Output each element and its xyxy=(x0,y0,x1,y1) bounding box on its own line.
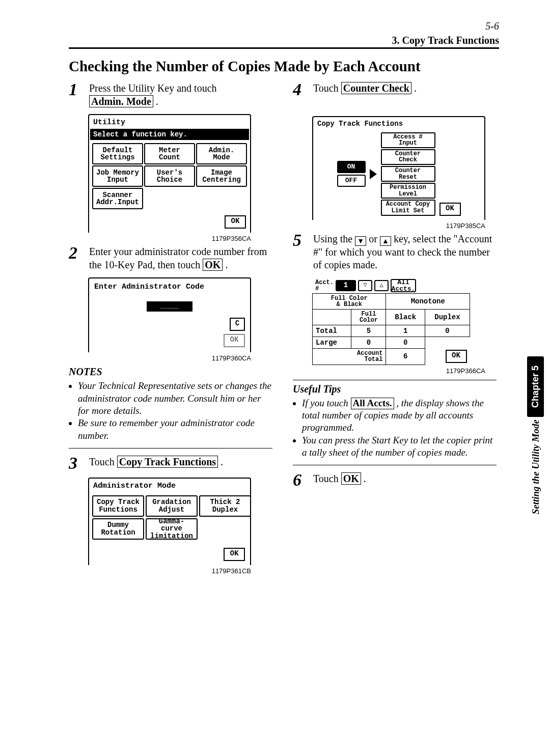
job-memory-input-button[interactable]: Job MemoryInput xyxy=(92,165,143,187)
figure-caption: 1179P356CA xyxy=(88,235,251,242)
counter-check-panel: Acct.# 1 ▽ △ AllAccts. Full Color& Black… xyxy=(312,278,485,365)
tip-item: You can press the Start Key to let the c… xyxy=(302,434,497,459)
down-button[interactable]: ▽ xyxy=(358,280,372,291)
ok-button[interactable]: OK xyxy=(446,350,467,363)
sidebar-caption: Setting the Utility Mode xyxy=(530,419,541,514)
step-4: 4 Touch Counter Check . xyxy=(293,82,497,98)
tips-list: If you touch All Accts. , the display sh… xyxy=(293,397,497,466)
row-total: Total xyxy=(313,325,351,337)
step-text: Using the xyxy=(313,233,355,244)
scanner-addr-input-button[interactable]: ScannerAddr.Input xyxy=(92,188,143,209)
account-total-value: 6 xyxy=(386,348,425,365)
col-black: Black xyxy=(386,309,425,325)
admin-code-panel: Enter Administrator Code ____ C OK xyxy=(88,277,251,352)
panel-title: Utility xyxy=(90,116,249,129)
cell: 5 xyxy=(351,325,386,337)
figure-caption: 1179P361CB xyxy=(88,567,251,575)
panel-title: Enter Administrator Code xyxy=(90,279,249,294)
access-input-button[interactable]: Access #Input xyxy=(381,132,435,148)
ok-button-disabled: OK xyxy=(224,334,245,347)
step-number: 2 xyxy=(69,245,89,261)
counter-table: Full Color& Black Monotone FullColor Bla… xyxy=(312,293,470,365)
step-1: 1 Press the Utility Key and touch Admin.… xyxy=(69,82,272,108)
step-text: Touch xyxy=(313,473,341,484)
administrator-mode-panel: Administrator Mode Copy TrackFunctions G… xyxy=(88,478,251,565)
ok-button[interactable]: OK xyxy=(225,215,246,229)
default-settings-button[interactable]: DefaultSettings xyxy=(92,143,143,164)
admin-mode-label: Admin. Mode xyxy=(89,95,153,107)
gamma-curve-limitation-button[interactable]: Gamma-curvelimitation xyxy=(146,518,198,540)
cell: 1 xyxy=(386,325,425,337)
on-button[interactable]: ON xyxy=(337,161,366,173)
off-button[interactable]: OFF xyxy=(337,175,366,187)
step-5: 5 Using the ▼ or ▲ key, select the "Acco… xyxy=(293,233,497,272)
ok-label: OK xyxy=(341,472,361,485)
dummy-rotation-button[interactable]: DummyRotation xyxy=(92,518,144,540)
note-item: Be sure to remember your administrator c… xyxy=(78,417,272,442)
col-full-color: FullColor xyxy=(351,309,386,325)
ok-button[interactable]: OK xyxy=(439,203,461,216)
step-number: 4 xyxy=(293,82,313,98)
cell: 0 xyxy=(351,337,386,348)
acct-number: 1 xyxy=(336,280,356,291)
counter-reset-button[interactable]: CounterReset xyxy=(381,166,435,182)
chapter-tab: Chapter 5 xyxy=(527,356,544,417)
step-text: Press the Utility Key and touch xyxy=(89,82,217,94)
cell: 0 xyxy=(386,337,425,348)
step-number: 1 xyxy=(69,82,89,98)
step-text: Touch xyxy=(313,82,341,94)
cell: 0 xyxy=(425,325,470,337)
figure-caption: 1179P385CA xyxy=(312,222,485,230)
panel-title: Administrator Mode xyxy=(90,480,249,492)
tab-monotone[interactable]: Monotone xyxy=(386,293,470,309)
step-2: 2 Enter your administrator code number f… xyxy=(69,245,272,271)
panel-prompt: Select a function key. xyxy=(90,129,249,140)
step-text: Enter your administrator code number fro… xyxy=(89,246,267,270)
all-accts-label: All Accts. xyxy=(351,398,394,409)
all-accts-button[interactable]: AllAccts. xyxy=(391,279,416,292)
page-title: Checking the Number of Copies Made by Ea… xyxy=(69,58,499,75)
figure-caption: 1179P360CA xyxy=(88,354,251,362)
step-number: 5 xyxy=(293,233,313,248)
account-total-label: AccountTotal xyxy=(313,348,386,365)
row-large: Large xyxy=(313,337,351,348)
utility-panel: Utility Select a function key. DefaultSe… xyxy=(88,114,251,233)
ok-button[interactable]: OK xyxy=(224,548,245,561)
page-number: 5-6 xyxy=(69,20,499,32)
admin-mode-button[interactable]: Admin.Mode xyxy=(196,143,247,164)
acct-label: Acct.# xyxy=(315,279,334,292)
col-duplex: Duplex xyxy=(425,309,470,325)
note-item: Your Technical Representative sets or ch… xyxy=(78,380,272,417)
panel-title: Copy Track Functions xyxy=(314,118,483,129)
step-3: 3 Touch Copy Track Functions . xyxy=(69,456,272,471)
ok-label: OK xyxy=(203,259,223,271)
figure-caption: 1179P366CA xyxy=(312,367,485,375)
up-arrow-icon: ▲ xyxy=(380,236,391,246)
image-centering-button[interactable]: ImageCentering xyxy=(196,165,247,187)
code-input[interactable]: ____ xyxy=(147,301,193,312)
users-choice-button[interactable]: User'sChoice xyxy=(144,165,195,187)
section-header: 3. Copy Track Functions xyxy=(69,35,499,49)
step-6: 6 Touch OK . xyxy=(293,472,497,488)
gradation-adjust-button[interactable]: GradationAdjust xyxy=(146,495,198,517)
clear-button[interactable]: C xyxy=(230,318,245,331)
tab-full-color[interactable]: Full Color& Black xyxy=(313,293,386,309)
meter-count-button[interactable]: MeterCount xyxy=(144,143,195,164)
tip-item: If you touch All Accts. , the display sh… xyxy=(302,397,497,434)
notes-list: Your Technical Representative sets or ch… xyxy=(69,380,272,449)
counter-check-label: Counter Check xyxy=(341,82,411,94)
copy-track-functions-panel: Copy Track Functions ON OFF Access #Inpu… xyxy=(312,116,485,220)
up-button[interactable]: △ xyxy=(374,280,389,291)
copy-track-functions-label: Copy Track Functions xyxy=(117,456,218,468)
step-text: Touch xyxy=(89,456,117,467)
tips-heading: Useful Tips xyxy=(293,383,497,395)
step-number: 3 xyxy=(69,456,89,471)
down-arrow-icon: ▼ xyxy=(355,236,366,246)
account-copy-limit-button[interactable]: Account CopyLimit Set xyxy=(381,200,435,215)
pointer-icon xyxy=(370,169,377,179)
counter-check-button[interactable]: CounterCheck xyxy=(381,149,435,165)
permission-level-button[interactable]: PermissionLevel xyxy=(381,183,435,199)
thick2-duplex-button[interactable]: Thick 2Duplex xyxy=(199,495,251,517)
step-number: 6 xyxy=(293,472,313,488)
copy-track-functions-button[interactable]: Copy TrackFunctions xyxy=(92,495,144,517)
